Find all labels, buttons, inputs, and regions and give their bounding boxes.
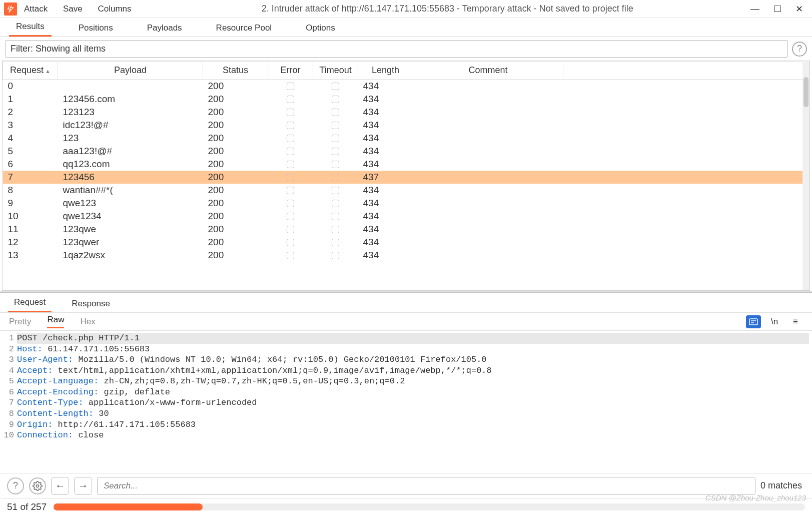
checkbox[interactable] bbox=[332, 200, 339, 207]
checkbox[interactable] bbox=[287, 213, 294, 220]
checkbox[interactable] bbox=[332, 174, 339, 181]
svg-point-3 bbox=[37, 484, 39, 487]
checkbox[interactable] bbox=[332, 122, 339, 129]
tab-request[interactable]: Request bbox=[8, 294, 52, 312]
table-header-row: Request Payload Status Error Timeout Len… bbox=[3, 62, 809, 80]
col-request[interactable]: Request bbox=[3, 62, 58, 80]
checkbox[interactable] bbox=[287, 187, 294, 194]
menubar: Attack Save Columns bbox=[24, 4, 145, 14]
checkbox[interactable] bbox=[332, 213, 339, 220]
checkbox[interactable] bbox=[332, 148, 339, 155]
progress-label: 51 of 257 bbox=[7, 501, 47, 512]
tab-positions[interactable]: Positions bbox=[72, 20, 120, 37]
titlebar: Attack Save Columns 2. Intruder attack o… bbox=[0, 0, 812, 18]
minimize-icon[interactable]: — bbox=[750, 4, 759, 15]
progress-track bbox=[54, 503, 805, 510]
col-comment[interactable]: Comment bbox=[413, 62, 563, 80]
view-mode-tabs: Pretty Raw Hex \n ≡ bbox=[0, 313, 812, 331]
view-hex[interactable]: Hex bbox=[80, 317, 95, 327]
checkbox[interactable] bbox=[332, 239, 339, 246]
checkbox[interactable] bbox=[287, 83, 294, 90]
filter-input[interactable]: Filter: Showing all items bbox=[5, 40, 788, 58]
vertical-scrollbar[interactable] bbox=[802, 61, 809, 290]
checkbox[interactable] bbox=[332, 96, 339, 103]
menu-attack[interactable]: Attack bbox=[24, 4, 48, 14]
results-table: Request Payload Status Error Timeout Len… bbox=[2, 61, 810, 291]
checkbox[interactable] bbox=[332, 109, 339, 116]
newline-icon[interactable]: \n bbox=[767, 315, 782, 328]
tab-results[interactable]: Results bbox=[9, 18, 52, 37]
checkbox[interactable] bbox=[287, 226, 294, 233]
table-row[interactable]: 12123qwer200434 bbox=[3, 236, 809, 249]
top-tabs: Results Positions Payloads Resource Pool… bbox=[0, 18, 812, 37]
menu-save[interactable]: Save bbox=[63, 4, 83, 14]
table-row[interactable]: 6qq123.com200434 bbox=[3, 158, 809, 171]
gear-icon[interactable] bbox=[29, 477, 46, 494]
col-payload[interactable]: Payload bbox=[58, 62, 203, 80]
search-bar: ? ← → 0 matches bbox=[0, 473, 812, 498]
next-match-button[interactable]: → bbox=[74, 477, 92, 495]
window-title: 2. Intruder attack of http://61.147.171.… bbox=[145, 4, 750, 14]
checkbox[interactable] bbox=[287, 148, 294, 155]
checkbox[interactable] bbox=[287, 135, 294, 142]
checkbox[interactable] bbox=[287, 239, 294, 246]
message-tabs: Request Response bbox=[0, 293, 812, 313]
checkbox[interactable] bbox=[287, 109, 294, 116]
table-row[interactable]: 3idc123!@#200434 bbox=[3, 119, 809, 132]
match-count: 0 matches bbox=[760, 480, 805, 491]
col-error[interactable]: Error bbox=[268, 62, 313, 80]
scrollbar-thumb[interactable] bbox=[803, 77, 808, 107]
checkbox[interactable] bbox=[287, 200, 294, 207]
col-status[interactable]: Status bbox=[203, 62, 268, 80]
checkbox[interactable] bbox=[287, 174, 294, 181]
table-row[interactable]: 9qwe123200434 bbox=[3, 197, 809, 210]
hamburger-icon[interactable]: ≡ bbox=[788, 315, 803, 328]
table-row[interactable]: 10qwe1234200434 bbox=[3, 210, 809, 223]
window-controls: — ☐ ✕ bbox=[750, 4, 808, 15]
progress-fill bbox=[54, 503, 202, 510]
help-icon[interactable]: ? bbox=[792, 42, 807, 57]
table-row[interactable]: 0200434 bbox=[3, 80, 809, 93]
menu-columns[interactable]: Columns bbox=[98, 4, 131, 14]
checkbox[interactable] bbox=[287, 96, 294, 103]
help-icon[interactable]: ? bbox=[7, 477, 24, 494]
table-row[interactable]: 131qaz2wsx200434 bbox=[3, 249, 809, 262]
table-row[interactable]: 5aaa123!@#200434 bbox=[3, 145, 809, 158]
svg-rect-0 bbox=[749, 319, 757, 325]
search-input[interactable] bbox=[97, 477, 755, 495]
checkbox[interactable] bbox=[332, 83, 339, 90]
checkbox[interactable] bbox=[332, 226, 339, 233]
view-pretty[interactable]: Pretty bbox=[9, 317, 31, 327]
tab-payloads[interactable]: Payloads bbox=[140, 20, 189, 37]
raw-request-view[interactable]: 1POST /check.php HTTP/1.12Host: 61.147.1… bbox=[0, 331, 812, 473]
tab-response[interactable]: Response bbox=[66, 295, 116, 312]
checkbox[interactable] bbox=[287, 122, 294, 129]
checkbox[interactable] bbox=[287, 252, 294, 259]
app-icon bbox=[4, 3, 17, 16]
table-row[interactable]: 2123123200434 bbox=[3, 106, 809, 119]
col-timeout[interactable]: Timeout bbox=[313, 62, 358, 80]
tab-resource-pool[interactable]: Resource Pool bbox=[209, 20, 279, 37]
filter-bar: Filter: Showing all items ? bbox=[0, 37, 812, 61]
checkbox[interactable] bbox=[332, 135, 339, 142]
table-row[interactable]: 7123456200437 bbox=[3, 171, 809, 184]
col-length[interactable]: Length bbox=[358, 62, 413, 80]
table-row[interactable]: 1123456.com200434 bbox=[3, 93, 809, 106]
inspector-icon[interactable] bbox=[746, 315, 761, 328]
tab-options[interactable]: Options bbox=[299, 20, 342, 37]
checkbox[interactable] bbox=[332, 252, 339, 259]
checkbox[interactable] bbox=[287, 161, 294, 168]
checkbox[interactable] bbox=[332, 161, 339, 168]
checkbox[interactable] bbox=[332, 187, 339, 194]
view-raw[interactable]: Raw bbox=[47, 315, 64, 328]
progress-bar-area: 51 of 257 bbox=[0, 498, 812, 515]
close-icon[interactable]: ✕ bbox=[795, 4, 803, 15]
table-row[interactable]: 4123200434 bbox=[3, 132, 809, 145]
table-row[interactable]: 8wantian##*(200434 bbox=[3, 184, 809, 197]
maximize-icon[interactable]: ☐ bbox=[773, 4, 781, 15]
table-row[interactable]: 11123qwe200434 bbox=[3, 223, 809, 236]
prev-match-button[interactable]: ← bbox=[51, 477, 69, 495]
